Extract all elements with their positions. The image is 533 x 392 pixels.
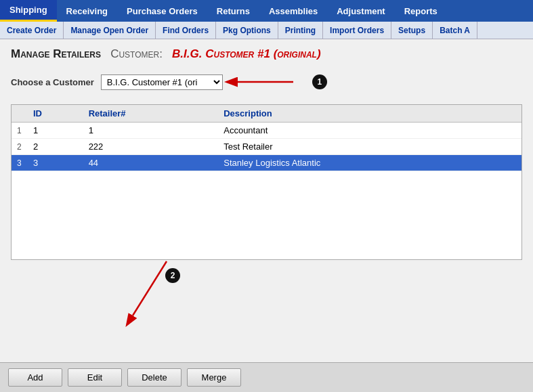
sub-batch[interactable]: Batch A: [433, 22, 477, 39]
customer-select[interactable]: B.I.G. Customer #1 (ori: [101, 74, 223, 90]
sub-pkg-options[interactable]: Pkg Options: [216, 22, 278, 39]
sub-create-order[interactable]: Create Order: [0, 22, 64, 39]
cell-rownum: 2: [12, 139, 28, 155]
cell-rownum: 3: [12, 155, 28, 171]
col-rownum: [12, 105, 28, 123]
merge-button[interactable]: Merge: [187, 368, 241, 387]
cell-description: Test Retailer: [218, 139, 521, 155]
cell-id: 2: [28, 139, 83, 155]
col-retailer-num: Retailer#: [83, 105, 219, 123]
nav-returns[interactable]: Returns: [207, 0, 259, 22]
col-description: Description: [218, 105, 521, 123]
annotation-bubble-1: 1: [312, 74, 327, 89]
choose-customer-row: Choose a Customer B.I.G. Customer #1 (or…: [11, 72, 522, 92]
cell-retailer-num: 1: [83, 123, 219, 139]
app-container: Shipping Receiving Purchase Orders Retur…: [0, 0, 533, 392]
sub-setups[interactable]: Setups: [391, 22, 433, 39]
nav-purchase-orders[interactable]: Purchase Orders: [117, 0, 207, 22]
page-title: Manage Retailers Customer: B.I.G. Custom…: [11, 47, 522, 61]
annotation-2-arrow: [65, 255, 268, 343]
col-id: ID: [28, 105, 83, 123]
delete-button[interactable]: Delete: [127, 368, 182, 387]
svg-line-3: [133, 261, 167, 315]
cell-rownum: 1: [12, 123, 28, 139]
sub-import-orders[interactable]: Import Orders: [323, 22, 391, 39]
nav-receiving[interactable]: Receiving: [57, 0, 117, 22]
nav-assemblies[interactable]: Assemblies: [259, 0, 327, 22]
customer-name: B.I.G. Customer #1 (original): [172, 47, 321, 60]
top-nav: Shipping Receiving Purchase Orders Retur…: [0, 0, 533, 22]
sub-find-orders[interactable]: Find Orders: [156, 22, 216, 39]
cell-id: 3: [28, 155, 83, 171]
table-row-selected[interactable]: 3 3 44 Stanley Logistics Atlantic: [12, 155, 521, 171]
sub-nav: Create Order Manage Open Order Find Orde…: [0, 22, 533, 39]
nav-reports[interactable]: Reports: [395, 0, 447, 22]
choose-customer-label: Choose a Customer: [11, 77, 94, 87]
cell-id: 1: [28, 123, 83, 139]
annotation-1-arrow: [226, 72, 307, 92]
cell-retailer-num: 222: [83, 139, 219, 155]
nav-adjustment[interactable]: Adjustment: [327, 0, 395, 22]
page-title-prefix: Manage Retailers: [11, 47, 101, 60]
table-row[interactable]: 1 1 1 Accountant: [12, 123, 521, 139]
cell-retailer-num: 44: [83, 155, 219, 171]
customer-label: Customer:: [110, 47, 163, 60]
cell-description: Accountant: [218, 123, 521, 139]
add-button[interactable]: Add: [8, 368, 62, 387]
cell-description: Stanley Logistics Atlantic: [218, 155, 521, 171]
sub-printing[interactable]: Printing: [278, 22, 323, 39]
nav-shipping[interactable]: Shipping: [0, 0, 57, 22]
edit-button[interactable]: Edit: [68, 368, 122, 387]
bottom-buttons: Add Edit Delete Merge: [0, 362, 533, 392]
sub-manage-open-order[interactable]: Manage Open Order: [64, 22, 156, 39]
annotation-bubble-2: 2: [165, 268, 180, 283]
retailers-table: ID Retailer# Description 1 1 1 Accountan…: [11, 104, 522, 260]
main-content: Manage Retailers Customer: B.I.G. Custom…: [0, 39, 533, 392]
annotation-2-container: 2: [11, 268, 522, 309]
table-row[interactable]: 2 2 222 Test Retailer: [12, 139, 521, 155]
